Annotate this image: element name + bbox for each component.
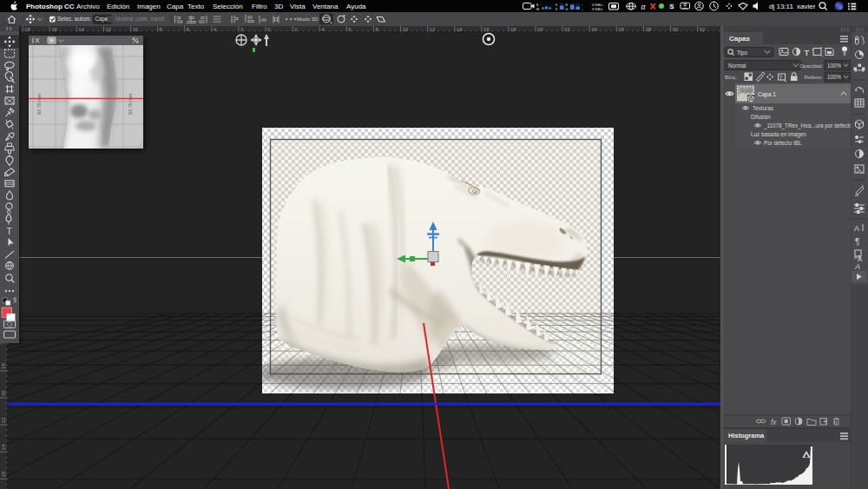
svg-text:12: 12 xyxy=(430,27,436,32)
svg-text:Difusión: Difusión xyxy=(751,114,771,120)
svg-text:18: 18 xyxy=(1,363,6,369)
svg-text:2: 2 xyxy=(294,27,298,32)
svg-text:Mostrar contr. transf.: Mostrar contr. transf. xyxy=(115,16,166,22)
svg-text:8: 8 xyxy=(375,27,378,32)
svg-text:6: 6 xyxy=(187,27,190,32)
svg-text:T: T xyxy=(7,226,13,236)
svg-text:22: 22 xyxy=(1,417,6,423)
svg-text:xavier: xavier xyxy=(797,3,816,10)
svg-text:24: 24 xyxy=(1,444,6,450)
svg-text:14: 14 xyxy=(457,27,463,32)
svg-text:↓: ↓ xyxy=(582,8,583,11)
svg-text:_11078_TRex_Hea...ura por defe: _11078_TRex_Hea...ura por defecto xyxy=(763,122,851,129)
svg-text:22: 22 xyxy=(564,27,570,32)
svg-text:4: 4 xyxy=(321,27,325,32)
svg-text:12: 12 xyxy=(105,27,111,32)
svg-text:K: K xyxy=(556,8,558,11)
svg-text:A: A xyxy=(854,262,860,271)
svg-text:Normal: Normal xyxy=(728,63,746,69)
svg-text:↑: ↑ xyxy=(582,3,583,7)
svg-text:Histograma: Histograma xyxy=(728,432,765,439)
svg-text:T: T xyxy=(805,48,810,57)
svg-text:28: 28 xyxy=(645,27,651,32)
svg-text:S: S xyxy=(669,3,674,10)
svg-text:16: 16 xyxy=(51,27,57,32)
svg-text:fx: fx xyxy=(771,418,777,426)
svg-text:16: 16 xyxy=(483,27,490,32)
svg-text:30: 30 xyxy=(673,27,679,32)
svg-text:6: 6 xyxy=(348,27,352,32)
svg-text:Opacidad:: Opacidad: xyxy=(799,63,823,69)
svg-text:93.75 mm: 93.75 mm xyxy=(36,93,42,115)
svg-text:Texturas: Texturas xyxy=(753,105,773,111)
svg-text:3 KB/s: 3 KB/s xyxy=(592,7,602,11)
svg-text:24: 24 xyxy=(591,27,597,32)
svg-text:20: 20 xyxy=(1,390,6,396)
svg-text:18: 18 xyxy=(510,27,516,32)
svg-text:Capa 1: Capa 1 xyxy=(758,91,776,98)
svg-text:K: K xyxy=(556,3,558,7)
svg-text:Modo 3D:: Modo 3D: xyxy=(297,17,319,22)
svg-text:93.75 mm: 93.75 mm xyxy=(128,93,133,115)
svg-text:M: M xyxy=(536,8,539,11)
svg-text:8: 8 xyxy=(160,27,163,32)
svg-text:0: 0 xyxy=(267,27,271,32)
svg-text:20: 20 xyxy=(537,27,543,32)
svg-text:10: 10 xyxy=(133,27,139,32)
svg-text:2: 2 xyxy=(240,27,244,32)
svg-text:α: α xyxy=(641,3,647,11)
svg-text:26: 26 xyxy=(618,27,624,32)
svg-text:Tipo: Tipo xyxy=(737,50,748,56)
svg-text:Capas: Capas xyxy=(729,35,751,43)
svg-text:4: 4 xyxy=(214,27,217,32)
svg-text:10: 10 xyxy=(403,27,409,32)
svg-text:T: T xyxy=(779,75,783,81)
svg-text:Por defecto IBL: Por defecto IBL xyxy=(764,140,802,146)
svg-text:Bloq.:: Bloq.: xyxy=(725,75,738,80)
svg-text:32: 32 xyxy=(700,27,706,32)
svg-text:0 KB/s: 0 KB/s xyxy=(592,3,602,7)
svg-text:26: 26 xyxy=(1,471,6,477)
svg-text:100%: 100% xyxy=(827,63,842,69)
svg-text:B: B xyxy=(566,3,569,7)
svg-text:Luz basada en imagen: Luz basada en imagen xyxy=(751,131,806,138)
svg-text:14: 14 xyxy=(78,27,84,32)
svg-text:dj 13:11: dj 13:11 xyxy=(769,3,793,10)
svg-text:Relleno:: Relleno: xyxy=(804,75,823,80)
svg-text:G: G xyxy=(566,8,569,11)
svg-text:18: 18 xyxy=(24,27,30,32)
svg-text:A: A xyxy=(854,224,859,233)
svg-text:100%: 100% xyxy=(827,74,842,80)
svg-text:Selec. autom.:: Selec. autom.: xyxy=(57,16,94,22)
svg-text:$: $ xyxy=(536,3,538,7)
svg-text:¶: ¶ xyxy=(855,237,859,247)
